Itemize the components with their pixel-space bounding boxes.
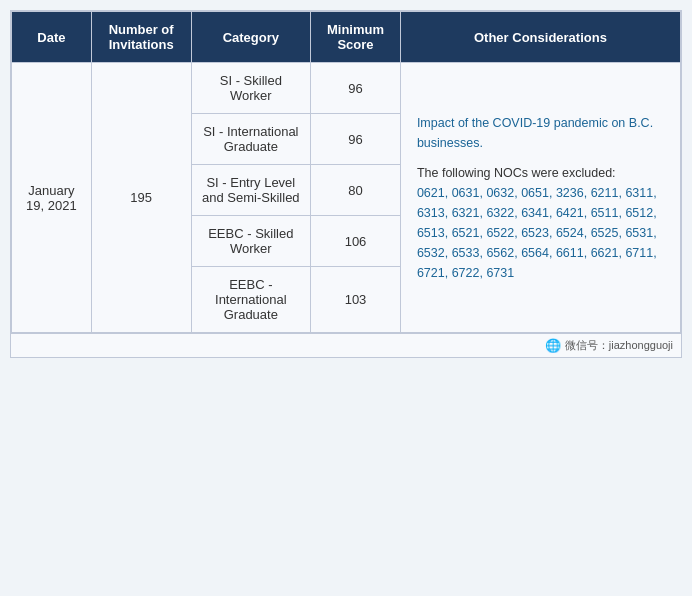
other-noc-text: The following NOCs were excluded: 0621, … — [417, 163, 664, 283]
watermark: 🌐 微信号：jiazhongguoji — [11, 333, 681, 357]
cell-category-3: SI - Entry Level and Semi-Skilled — [191, 165, 311, 216]
cell-date: January 19, 2021 — [12, 63, 92, 333]
table-row: January 19, 2021 195 SI - Skilled Worker… — [12, 63, 681, 114]
header-other: Other Considerations — [400, 12, 680, 63]
cell-category-2: SI - International Graduate — [191, 114, 311, 165]
watermark-text: 微信号：jiazhongguoji — [565, 338, 673, 353]
cell-score-1: 96 — [311, 63, 401, 114]
cell-score-2: 96 — [311, 114, 401, 165]
watermark-icon: 🌐 — [545, 338, 561, 353]
header-number: Number of Invitations — [91, 12, 191, 63]
cell-score-5: 103 — [311, 267, 401, 333]
header-category: Category — [191, 12, 311, 63]
cell-score-4: 106 — [311, 216, 401, 267]
other-noc-numbers: 0621, 0631, 0632, 0651, 3236, 6211, 6311… — [417, 186, 657, 280]
other-noc-label: The following NOCs were excluded: — [417, 166, 616, 180]
cell-category-5: EEBC - International Graduate — [191, 267, 311, 333]
cell-category-4: EEBC - Skilled Worker — [191, 216, 311, 267]
cell-other: Impact of the COVID-19 pandemic on B.C. … — [400, 63, 680, 333]
cell-score-3: 80 — [311, 165, 401, 216]
other-highlight: Impact of the COVID-19 pandemic on B.C. … — [417, 113, 664, 153]
cell-category-1: SI - Skilled Worker — [191, 63, 311, 114]
cell-number: 195 — [91, 63, 191, 333]
header-score: Minimum Score — [311, 12, 401, 63]
main-table-wrapper: Date Number of Invitations Category Mini… — [10, 10, 682, 358]
header-date: Date — [12, 12, 92, 63]
